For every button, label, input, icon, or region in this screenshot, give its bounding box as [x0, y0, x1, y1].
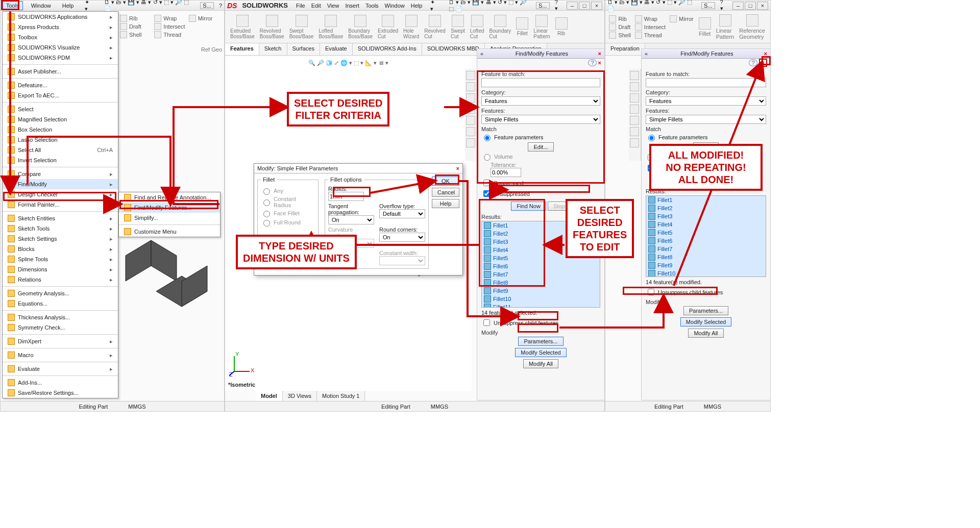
menu-item[interactable]: Spline Tools▸: [3, 254, 118, 264]
shell-tool[interactable]: Shell: [120, 31, 153, 38]
parameters-button[interactable]: Parameters...: [518, 337, 563, 346]
tab-features[interactable]: Features: [225, 43, 259, 55]
list-item[interactable]: Fillet1: [646, 196, 766, 204]
bottom-tabs[interactable]: Model3D ViewsMotion Study 1: [256, 391, 365, 401]
feat-select-r[interactable]: Simple Fillets: [646, 115, 766, 124]
menu-help[interactable]: Help: [408, 2, 426, 10]
refgeo-r[interactable]: ReferenceGeometry: [739, 14, 765, 40]
findmodify-submenu[interactable]: Find and Replace Annotation...Find/Modif…: [118, 192, 220, 237]
cancel-button[interactable]: Cancel: [432, 188, 459, 197]
tool-lofted-cut[interactable]: LoftedCut: [470, 15, 484, 39]
overflow-select[interactable]: Default: [379, 209, 425, 218]
min-button[interactable]: –: [567, 2, 578, 10]
menu-item[interactable]: Add-Ins...: [3, 378, 118, 388]
tab-sketch[interactable]: Sketch: [259, 43, 287, 55]
help-button[interactable]: Help: [432, 199, 459, 208]
menu-item[interactable]: Toolbox▸: [3, 32, 118, 42]
menu-item[interactable]: Asset Publisher...: [3, 66, 118, 77]
menu-item[interactable]: Xpress Products▸: [3, 22, 118, 32]
tool-rib[interactable]: Rib: [555, 17, 568, 36]
menu-item[interactable]: Dimensions▸: [3, 264, 118, 274]
panel-x-icon[interactable]: ×: [598, 60, 601, 66]
opt-face[interactable]: [263, 211, 270, 217]
shell-r[interactable]: Shell: [609, 32, 630, 39]
list-item[interactable]: Fillet7: [646, 245, 766, 253]
forum-icon-r[interactable]: [630, 138, 639, 147]
tool-swept-boss-base[interactable]: SweptBoss/Base: [289, 15, 314, 39]
tool-extruded-cut[interactable]: ExtrudedCut: [378, 15, 398, 39]
list-item[interactable]: Fillet6: [646, 237, 766, 245]
home-icon[interactable]: [466, 71, 475, 80]
wrap-tool[interactable]: Wrap: [154, 15, 187, 22]
menu-item[interactable]: Sketch Entities▸: [3, 213, 118, 223]
menu-insert[interactable]: Insert: [342, 2, 362, 10]
menu-item[interactable]: Format Painter...: [3, 199, 118, 210]
btab-model[interactable]: Model: [256, 391, 283, 401]
opt-const[interactable]: [263, 199, 270, 206]
taskpane-icons-right[interactable]: [629, 69, 641, 161]
mirror-tool[interactable]: Mirror: [189, 15, 222, 22]
list-item[interactable]: Fillet8: [646, 253, 766, 261]
home-icon-r[interactable]: [630, 71, 639, 80]
view-palette-icon-r[interactable]: [630, 105, 639, 114]
linpat-r[interactable]: LinearPattern: [716, 14, 734, 40]
btab--d-views[interactable]: 3D Views: [283, 391, 317, 401]
tab-solidworks-mbd[interactable]: SOLIDWORKS MBD: [422, 43, 485, 55]
library-icon[interactable]: [466, 93, 475, 103]
menu-item[interactable]: Symmetry Check...: [3, 322, 118, 333]
menu-item[interactable]: Invert Selection: [3, 155, 118, 165]
btab-motion-study-[interactable]: Motion Study 1: [317, 391, 365, 401]
appearances-icon[interactable]: [466, 116, 475, 125]
tool-hole-wizard[interactable]: HoleWizard: [403, 15, 419, 39]
menu-edit[interactable]: Edit: [308, 2, 324, 10]
list-item[interactable]: Fillet3: [646, 212, 766, 220]
menu-item[interactable]: Save/Restore Settings...: [3, 388, 118, 398]
menu-item[interactable]: Select: [3, 104, 118, 114]
forum-icon[interactable]: [466, 138, 475, 147]
modify-all-button-r[interactable]: Modify All: [688, 329, 723, 338]
list-item[interactable]: Fillet10: [482, 295, 600, 303]
max-button[interactable]: □: [579, 2, 590, 10]
cat-select-r[interactable]: Features: [646, 96, 766, 106]
tool-extruded-boss-base[interactable]: ExtrudedBoss/Base: [230, 15, 255, 39]
menu-help[interactable]: Help: [59, 2, 77, 10]
opt-full[interactable]: [263, 220, 270, 227]
min-button-r[interactable]: –: [732, 2, 744, 10]
menu-view[interactable]: View: [324, 2, 342, 10]
modify-all-button[interactable]: Modify All: [523, 359, 558, 368]
parameters-button-r[interactable]: Parameters...: [683, 306, 728, 315]
menu-item[interactable]: Box Selection: [3, 124, 118, 135]
fp-radio-r[interactable]: [648, 135, 655, 141]
menu-item[interactable]: Blocks▸: [3, 244, 118, 254]
list-item[interactable]: Fillet5: [646, 229, 766, 237]
dialog-close-icon[interactable]: ×: [456, 165, 459, 171]
menu-item[interactable]: Sketch Settings▸: [3, 234, 118, 244]
draft-r[interactable]: Draft: [609, 23, 630, 31]
list-item[interactable]: Fillet9: [646, 261, 766, 269]
menu-item[interactable]: Relations▸: [3, 274, 118, 285]
menu-item[interactable]: Defeature...: [3, 80, 118, 90]
panel-close-icon[interactable]: ×: [598, 51, 601, 57]
opt-any[interactable]: [263, 188, 270, 195]
fillet-r[interactable]: Fillet: [699, 17, 711, 37]
tab-solidworks-add-ins[interactable]: SOLIDWORKS Add-Ins: [353, 43, 422, 55]
menu-item[interactable]: Lasso Selection: [3, 135, 118, 145]
mirror-r[interactable]: Mirror: [670, 15, 694, 22]
close-button-r[interactable]: ×: [757, 2, 768, 10]
menu-item[interactable]: Sketch Tools▸: [3, 223, 118, 234]
tool-fillet[interactable]: Fillet: [516, 17, 528, 36]
tool-boundary-boss-base[interactable]: BoundaryBoss/Base: [348, 15, 373, 39]
rib-tool[interactable]: Rib: [120, 15, 153, 22]
menu-item[interactable]: Thickness Analysis...: [3, 312, 118, 322]
tool-swept-cut[interactable]: SweptCut: [451, 15, 465, 39]
tab-preparation[interactable]: Preparation: [605, 43, 645, 55]
unsup-child-check[interactable]: [483, 319, 490, 326]
modify-selected-button-r[interactable]: Modify Selected: [680, 317, 731, 326]
submenu-item[interactable]: Customize Menu: [119, 227, 220, 237]
tab-evaluate[interactable]: Evaluate: [320, 43, 353, 55]
tools-dropdown[interactable]: SOLIDWORKS Applications▸Xpress Products▸…: [2, 11, 118, 398]
thread-r[interactable]: Thread: [635, 32, 666, 39]
view-palette-icon[interactable]: [466, 105, 475, 114]
custom-props-icon-r[interactable]: [630, 127, 639, 136]
tool-revolved-cut[interactable]: RevolvedCut: [424, 15, 446, 39]
